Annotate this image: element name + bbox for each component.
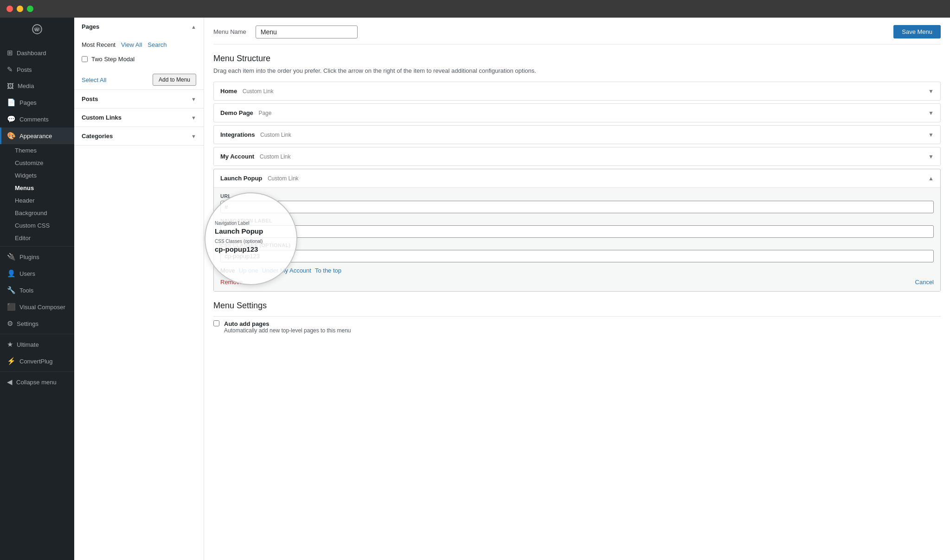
- app-wrapper: W ⊞ Dashboard ✎ Posts 🖼 Media 📄 Pages 💬: [0, 18, 950, 560]
- move-to-top-link[interactable]: To the top: [315, 267, 341, 274]
- pages-actions: Select All Add to Menu: [74, 70, 204, 89]
- menus-label: Menus: [15, 185, 34, 191]
- pages-chevron-icon: ▲: [191, 24, 196, 30]
- wordpress-logo: W: [0, 18, 74, 41]
- sidebar-subitem-header[interactable]: Header: [0, 194, 74, 207]
- posts-chevron-icon: ▼: [191, 96, 196, 102]
- sidebar-item-collapse[interactable]: ◀ Collapse menu: [0, 374, 74, 390]
- two-step-modal-checkbox[interactable]: [82, 56, 88, 62]
- auto-add-pages-checkbox[interactable]: [213, 320, 219, 326]
- sidebar-subitem-widgets[interactable]: Widgets: [0, 169, 74, 182]
- sidebar-item-comments[interactable]: 💬 Comments: [0, 111, 74, 127]
- nav-label-input[interactable]: [220, 225, 934, 238]
- sidebar-item-settings[interactable]: ⚙ Settings: [0, 315, 74, 332]
- left-panel: Pages ▲ Most Recent View All Search Two …: [74, 18, 204, 560]
- sidebar-subitem-menus[interactable]: Menus: [0, 182, 74, 194]
- sidebar-item-dashboard[interactable]: ⊞ Dashboard: [0, 45, 74, 61]
- minimize-button[interactable]: [17, 6, 23, 12]
- sidebar-item-pages[interactable]: 📄 Pages: [0, 94, 74, 111]
- cancel-link[interactable]: Cancel: [915, 279, 934, 286]
- pages-tabs: Most Recent View All Search: [82, 41, 196, 48]
- background-label: Background: [15, 210, 47, 216]
- auto-add-pages-row: Auto add pages Automatically add new top…: [213, 316, 941, 337]
- tools-icon: 🔧: [7, 286, 16, 294]
- sidebar-item-label: Users: [19, 270, 35, 277]
- menu-item-launch-popup-type: Custom Link: [268, 175, 299, 182]
- css-input[interactable]: [220, 250, 934, 262]
- magnifier-nav-value: Launch Popup: [215, 227, 287, 235]
- pages-section-title: Pages: [82, 23, 99, 30]
- sidebar-item-label: Comments: [19, 116, 49, 123]
- media-icon: 🖼: [7, 82, 14, 90]
- menu-item-home-type: Custom Link: [243, 88, 274, 95]
- menu-item-integrations: Integrations Custom Link ▼: [213, 125, 941, 144]
- sidebar-item-appearance[interactable]: 🎨 Appearance: [0, 127, 74, 144]
- sidebar-item-tools[interactable]: 🔧 Tools: [0, 282, 74, 299]
- appearance-icon: 🎨: [7, 132, 16, 140]
- menu-item-integrations-header[interactable]: Integrations Custom Link ▼: [214, 126, 940, 144]
- sidebar-item-convertplug[interactable]: ⚡ ConvertPlug: [0, 353, 74, 369]
- sidebar-item-posts[interactable]: ✎ Posts: [0, 61, 74, 78]
- menu-item-my-account-header[interactable]: My Account Custom Link ▼: [214, 147, 940, 165]
- customize-label: Customize: [15, 159, 43, 166]
- categories-section-header[interactable]: Categories ▼: [74, 127, 204, 145]
- css-field: CSS Classes (optional): [220, 242, 934, 262]
- menu-item-launch-popup-chevron[interactable]: ▲: [928, 175, 934, 182]
- sidebar-item-visual-composer[interactable]: ⬛ Visual Composer: [0, 299, 74, 315]
- save-menu-button[interactable]: Save Menu: [893, 25, 941, 38]
- widgets-label: Widgets: [15, 172, 37, 179]
- tab-view-all[interactable]: View All: [121, 41, 142, 48]
- header-label: Header: [15, 197, 35, 204]
- custom-links-section: Custom Links ▼: [74, 108, 204, 127]
- tab-search[interactable]: Search: [148, 41, 167, 48]
- menu-item-demo-chevron[interactable]: ▼: [928, 110, 934, 116]
- nav-label-label: Navigation Label: [220, 218, 934, 223]
- menu-item-my-account-chevron[interactable]: ▼: [928, 153, 934, 160]
- pages-section-header[interactable]: Pages ▲: [74, 18, 204, 36]
- magnifier-content: Navigation Label Launch Popup CSS Classe…: [215, 221, 287, 257]
- sidebar-subitem-background[interactable]: Background: [0, 207, 74, 219]
- titlebar: [0, 0, 950, 18]
- menu-item-demo-page-header[interactable]: Demo Page Page ▼: [214, 104, 940, 122]
- sidebar-subitem-customize[interactable]: Customize: [0, 157, 74, 169]
- menu-item-launch-popup-header[interactable]: Launch Popup Custom Link ▲: [214, 169, 940, 187]
- custom-links-section-header[interactable]: Custom Links ▼: [74, 108, 204, 127]
- posts-section-header[interactable]: Posts ▼: [74, 90, 204, 108]
- select-all-link[interactable]: Select All: [82, 76, 106, 83]
- sidebar-nav: ⊞ Dashboard ✎ Posts 🖼 Media 📄 Pages 💬 Co…: [0, 41, 74, 394]
- custom-links-chevron-icon: ▼: [191, 115, 196, 121]
- ultimate-icon: ★: [7, 340, 13, 349]
- posts-section-title: Posts: [82, 95, 98, 102]
- plugins-icon: 🔌: [7, 253, 16, 261]
- menu-structure-title: Menu Structure: [213, 54, 941, 64]
- sidebar-subitem-themes[interactable]: Themes: [0, 144, 74, 157]
- sidebar-item-media[interactable]: 🖼 Media: [0, 78, 74, 94]
- sidebar-item-label: Dashboard: [17, 50, 46, 57]
- menu-item-home-header[interactable]: Home Custom Link ▼: [214, 82, 940, 100]
- menu-item-integrations-chevron[interactable]: ▼: [928, 132, 934, 138]
- sidebar-item-label: Ultimate: [17, 341, 39, 348]
- auto-add-label: Auto add pages: [224, 320, 351, 327]
- add-to-menu-button[interactable]: Add to Menu: [153, 74, 196, 86]
- page-item-two-step-modal: Two Step Modal: [82, 54, 196, 64]
- tab-most-recent[interactable]: Most Recent: [82, 41, 116, 48]
- move-links: Move Up one Under My Account To the top: [220, 267, 934, 274]
- categories-section: Categories ▼: [74, 127, 204, 146]
- maximize-button[interactable]: [27, 6, 33, 12]
- menu-name-row: Menu Name Save Menu: [213, 18, 941, 45]
- pages-section-body: Most Recent View All Search Two Step Mod…: [74, 36, 204, 70]
- close-button[interactable]: [6, 6, 13, 12]
- sidebar-item-users[interactable]: 👤 Users: [0, 265, 74, 282]
- menu-name-input[interactable]: [256, 25, 358, 38]
- sidebar-item-plugins[interactable]: 🔌 Plugins: [0, 248, 74, 265]
- menu-item-demo-type: Page: [258, 110, 271, 116]
- sidebar-item-ultimate[interactable]: ★ Ultimate: [0, 336, 74, 353]
- custom-links-section-title: Custom Links: [82, 114, 122, 121]
- sidebar-subitem-editor[interactable]: Editor: [0, 232, 74, 244]
- sidebar-subitem-custom-css[interactable]: Custom CSS: [0, 219, 74, 232]
- url-input[interactable]: [220, 201, 934, 213]
- url-field: URL: [220, 193, 934, 213]
- sidebar-item-label: Pages: [19, 99, 37, 106]
- menu-item-my-account-type: Custom Link: [260, 153, 291, 160]
- menu-item-home-chevron[interactable]: ▼: [928, 88, 934, 95]
